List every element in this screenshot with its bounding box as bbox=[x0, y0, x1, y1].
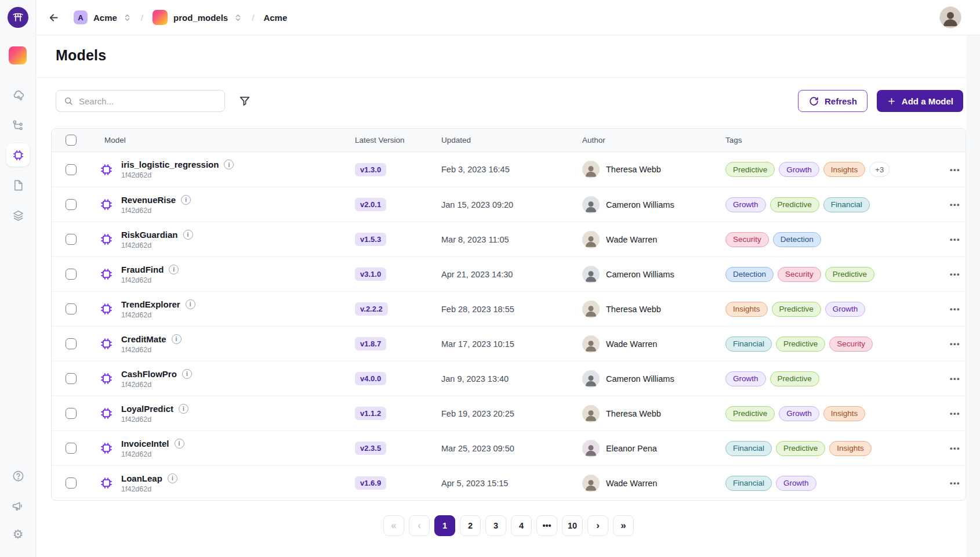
search-input[interactable] bbox=[56, 90, 225, 112]
row-actions-button[interactable]: ••• bbox=[950, 305, 960, 313]
tag-pill: Predictive bbox=[776, 337, 825, 352]
info-icon[interactable] bbox=[172, 334, 182, 344]
chevron-up-down-icon bbox=[123, 13, 132, 22]
info-icon[interactable] bbox=[169, 265, 179, 274]
model-name: iris_logistic_regression bbox=[121, 160, 219, 169]
updated-timestamp: Feb 3, 2023 16:45 bbox=[441, 165, 582, 174]
info-icon[interactable] bbox=[175, 439, 184, 449]
table-row[interactable]: LoanLeap 1f42d62d v1.6.9 Apr 5, 2023 15:… bbox=[52, 465, 966, 500]
app-logo-torii-icon[interactable] bbox=[8, 7, 28, 28]
add-model-button[interactable]: Add a Model bbox=[877, 90, 963, 112]
updated-timestamp: Apr 21, 2023 14:30 bbox=[441, 270, 582, 279]
row-actions-button[interactable]: ••• bbox=[950, 200, 960, 209]
row-actions-button[interactable]: ••• bbox=[950, 165, 960, 174]
info-icon[interactable] bbox=[179, 404, 188, 414]
select-all-checkbox[interactable] bbox=[66, 135, 77, 146]
breadcrumb-separator: / bbox=[248, 13, 257, 23]
info-icon[interactable] bbox=[183, 230, 193, 240]
row-actions-button[interactable]: ••• bbox=[950, 409, 960, 418]
row-checkbox[interactable] bbox=[66, 373, 77, 384]
pagination-page-10[interactable]: 10 bbox=[562, 515, 583, 536]
sidebar-item-documents[interactable] bbox=[6, 173, 30, 197]
tag-pill: Predictive bbox=[770, 197, 819, 212]
refresh-button[interactable]: Refresh bbox=[798, 90, 868, 112]
row-checkbox[interactable] bbox=[66, 199, 77, 210]
row-actions-button[interactable]: ••• bbox=[950, 444, 960, 453]
breadcrumb-org[interactable]: Acme bbox=[93, 13, 117, 23]
sidebar-item-deployments[interactable] bbox=[6, 84, 30, 107]
version-badge: v1.6.9 bbox=[355, 476, 386, 490]
info-icon[interactable] bbox=[186, 299, 195, 309]
user-avatar[interactable] bbox=[939, 6, 961, 28]
info-icon[interactable] bbox=[181, 195, 191, 205]
sidebar-item-announcements[interactable] bbox=[6, 494, 30, 518]
project-switcher-button[interactable] bbox=[234, 13, 242, 22]
table-row[interactable]: LoyalPredict 1f42d62d v1.1.2 Feb 19, 202… bbox=[52, 396, 966, 431]
org-switcher-button[interactable] bbox=[123, 13, 132, 22]
row-actions-button[interactable]: ••• bbox=[950, 270, 960, 278]
author-avatar bbox=[582, 440, 600, 457]
row-actions-button[interactable]: ••• bbox=[950, 339, 960, 348]
info-icon[interactable] bbox=[182, 369, 192, 379]
pagination-page-3[interactable]: 3 bbox=[485, 515, 506, 536]
table-row[interactable]: InvoiceIntel 1f42d62d v2.3.5 Mar 25, 202… bbox=[52, 431, 966, 465]
table-row[interactable]: CashFlowPro 1f42d62d v4.0.0 Jan 9, 2023 … bbox=[52, 361, 966, 396]
model-name: InvoiceIntel bbox=[121, 439, 169, 449]
pagination-ellipsis[interactable]: ••• bbox=[536, 515, 557, 536]
search-icon bbox=[63, 96, 74, 106]
tag-pill: Predictive bbox=[725, 162, 775, 177]
cloud-deploy-icon bbox=[12, 89, 25, 102]
tag-pill: Financial bbox=[725, 337, 772, 352]
sidebar-item-help[interactable] bbox=[6, 464, 30, 487]
row-actions-button[interactable]: ••• bbox=[950, 374, 960, 383]
search-field[interactable] bbox=[79, 96, 217, 106]
author-avatar bbox=[582, 196, 600, 214]
tag-pill: Detection bbox=[773, 232, 821, 247]
tag-pill: Financial bbox=[725, 441, 772, 456]
row-checkbox[interactable] bbox=[66, 408, 77, 419]
pagination-page-1[interactable]: 1 bbox=[434, 515, 455, 536]
sidebar-item-pipelines[interactable] bbox=[6, 114, 30, 137]
tag-pill: Security bbox=[725, 232, 769, 247]
row-checkbox[interactable] bbox=[66, 269, 77, 280]
model-name: TrendExplorer bbox=[121, 299, 180, 309]
megaphone-icon bbox=[12, 500, 25, 513]
scrollbar-gutter[interactable] bbox=[966, 35, 980, 557]
pagination-page-4[interactable]: 4 bbox=[511, 515, 532, 536]
sidebar-item-models[interactable] bbox=[6, 143, 30, 167]
table-row[interactable]: TrendExplorer 1f42d62d v.2.2.2 Feb 28, 2… bbox=[52, 291, 966, 326]
row-checkbox[interactable] bbox=[66, 338, 77, 349]
model-chip-icon bbox=[99, 406, 114, 421]
model-chip-icon bbox=[99, 197, 114, 212]
table-row[interactable]: RevenueRise 1f42d62d v2.0.1 Jan 15, 2023… bbox=[52, 187, 966, 222]
back-button[interactable] bbox=[48, 12, 60, 24]
table-row[interactable]: iris_logistic_regression 1f42d62d v1.3.0… bbox=[52, 152, 966, 187]
sidebar-item-datasets[interactable] bbox=[6, 204, 30, 227]
workspace-gradient-icon[interactable] bbox=[9, 46, 27, 64]
version-badge: v2.3.5 bbox=[355, 442, 386, 455]
table-row[interactable]: FraudFind 1f42d62d v3.1.0 Apr 21, 2023 1… bbox=[52, 256, 966, 291]
table-row[interactable]: RiskGuardian 1f42d62d v1.5.3 Mar 8, 2023… bbox=[52, 222, 966, 256]
tag-pill: Growth bbox=[776, 476, 816, 491]
row-checkbox[interactable] bbox=[66, 478, 77, 489]
model-chip-icon bbox=[99, 337, 114, 351]
row-checkbox[interactable] bbox=[66, 303, 77, 314]
filter-button[interactable] bbox=[236, 92, 253, 110]
more-tags-badge[interactable]: +3 bbox=[869, 162, 890, 177]
author-name: Theresa Webb bbox=[606, 409, 661, 418]
row-checkbox[interactable] bbox=[66, 443, 77, 454]
breadcrumb-project[interactable]: prod_models bbox=[173, 13, 228, 23]
author-name: Cameron Williams bbox=[606, 374, 674, 384]
info-icon[interactable] bbox=[168, 473, 177, 483]
row-checkbox[interactable] bbox=[66, 164, 77, 175]
pagination-last-button[interactable]: » bbox=[613, 515, 634, 536]
sidebar-item-settings[interactable]: ⚙ bbox=[6, 522, 30, 545]
row-checkbox[interactable] bbox=[66, 234, 77, 245]
pagination-page-2[interactable]: 2 bbox=[460, 515, 481, 536]
table-row[interactable]: CreditMate 1f42d62d v1.8.7 Mar 17, 2023 … bbox=[52, 326, 966, 361]
row-actions-button[interactable]: ••• bbox=[950, 235, 960, 244]
row-actions-button[interactable]: ••• bbox=[950, 479, 960, 487]
sidebar: ⚙ bbox=[0, 0, 36, 557]
info-icon[interactable] bbox=[224, 160, 234, 169]
pagination-next-button[interactable]: › bbox=[587, 515, 608, 536]
